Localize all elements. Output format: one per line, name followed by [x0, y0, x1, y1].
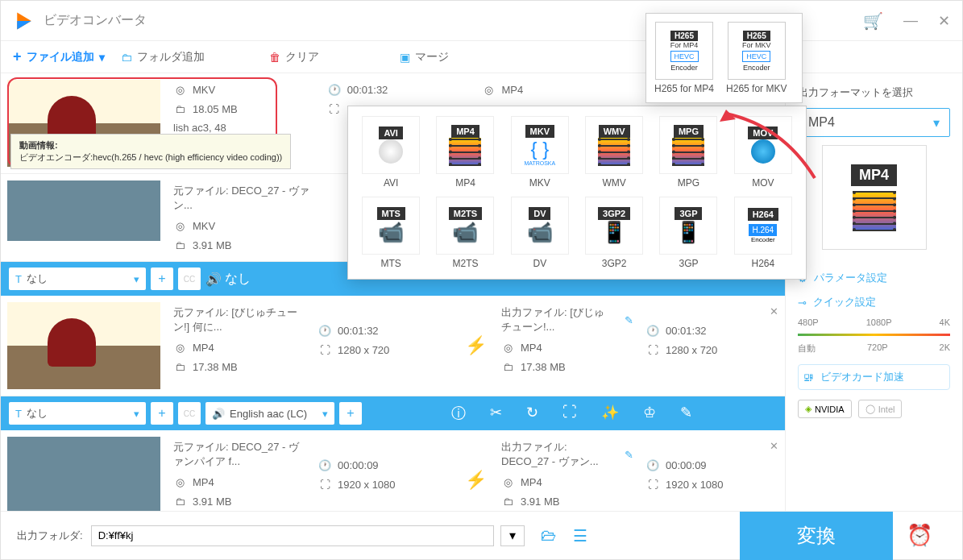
remove-file-button[interactable]: ✕	[770, 305, 778, 317]
output-filename: 出力ファイル: DECO_27 - ヴァン...	[501, 440, 612, 469]
schedule-button[interactable]: ⏰	[893, 512, 946, 560]
app-window: ビデオコンバータ 🛒 — ✕ + ファイル追加 ▾ 🗀 フォルダ追加 🗑 クリア…	[0, 0, 963, 560]
cc-button[interactable]: CC	[178, 268, 201, 290]
rotate-icon[interactable]: ↻	[526, 404, 538, 423]
app-logo-icon	[13, 10, 35, 32]
audio-value: English aac (LC)	[230, 408, 307, 420]
gpu-accel-button[interactable]: 🖳 ビデオカード加速	[798, 364, 950, 390]
titlebar: ビデオコンバータ 🛒 — ✕	[1, 1, 962, 41]
format-tile-h264[interactable]: H264H.264EncoderH264	[730, 197, 796, 269]
camcorder-icon: 📹	[527, 220, 553, 245]
format-tile-m2ts[interactable]: M2TS📹M2TS	[432, 197, 498, 269]
format-tile-dv[interactable]: DV📹DV	[507, 197, 573, 269]
file-item[interactable]: 元ファイル: [びじゅチューン!] 何に... ◎MP4 🗀17.38 MB 🕐…	[1, 296, 785, 396]
output-format-value: MP4	[808, 115, 835, 130]
clear-button[interactable]: 🗑 クリア	[269, 50, 319, 64]
minimize-button[interactable]: —	[903, 12, 918, 29]
format-tile-avi[interactable]: AVIAVI	[358, 116, 424, 189]
output-format: MP4	[521, 342, 542, 354]
dimensions: 1920 x 1080	[338, 479, 396, 491]
output-folder-input[interactable]	[91, 525, 494, 546]
chevron-down-icon: ▾	[99, 51, 105, 64]
output-folder-dropdown[interactable]: ▾	[500, 525, 525, 546]
output-format-dropdown[interactable]: MP4 ▾	[798, 108, 950, 137]
param-settings-label: パラメータ設定	[814, 271, 887, 285]
nvidia-badge: ◈NVIDIA	[798, 400, 852, 418]
effects-icon[interactable]: ✨	[601, 404, 619, 423]
convert-button[interactable]: 変換	[740, 512, 893, 560]
add-file-button[interactable]: + ファイル追加 ▾	[13, 48, 105, 65]
tooltip-heading: 動画情報:	[19, 139, 282, 151]
add-audio-button[interactable]: +	[339, 402, 362, 425]
source-format: MP4	[193, 342, 214, 354]
subtitle-edit-icon[interactable]: ✎	[680, 404, 692, 423]
cc-button[interactable]: CC	[178, 402, 201, 425]
audio-dropdown[interactable]: 🔊English aac (LC)▾	[205, 402, 334, 425]
resolution-labels-bottom: 自動 720P 2K	[798, 342, 950, 355]
h265-mp4-tile[interactable]: H265 For MP4 HEVC Encoder H265 for MP4	[654, 22, 714, 94]
cart-icon[interactable]: 🛒	[863, 11, 883, 31]
dimensions-icon: ⛶	[646, 478, 659, 491]
subtitle-dropdown[interactable]: Tなし▾	[9, 402, 146, 425]
sidebar: 出力フォーマットを選択 MP4 ▾ MP4 ⚙ パラメータ設定 ⊸ クイック設定…	[785, 73, 962, 511]
phone-icon: 📱	[675, 220, 701, 245]
audio-icon: 🔊	[205, 272, 222, 287]
merge-label: マージ	[415, 50, 449, 64]
cut-icon[interactable]: ✂	[490, 404, 502, 423]
toolbar: + ファイル追加 ▾ 🗀 フォルダ追加 🗑 クリア ▣ マージ	[1, 41, 962, 73]
format-icon: ◎	[173, 83, 186, 96]
size-icon: 🗀	[173, 495, 186, 508]
quick-settings-label: ⊸ クイック設定	[798, 290, 950, 314]
close-button[interactable]: ✕	[938, 12, 950, 30]
format-tile-mov[interactable]: MOVMOV	[730, 116, 796, 189]
format-tile-mpg[interactable]: MPGMPG	[655, 116, 721, 189]
clock-icon: 🕐	[646, 324, 659, 337]
format-label: MOV	[752, 177, 774, 189]
format-tile-mp4[interactable]: MP4MP4	[432, 116, 498, 189]
source-audio: lish ac3, 48	[173, 122, 226, 134]
phone-icon: 📱	[601, 220, 627, 245]
parameter-settings-button[interactable]: ⚙ パラメータ設定	[798, 266, 950, 290]
edit-icon[interactable]: ✎	[625, 449, 633, 461]
add-file-label: ファイル追加	[27, 50, 94, 64]
output-folder-label: 出力フォルダ:	[17, 529, 83, 543]
folder-plus-icon: 🗀	[121, 51, 132, 64]
subtitle-dropdown[interactable]: Tなし▾	[9, 268, 146, 290]
source-filename: 元ファイル: DECO_27 - ヴァン...	[173, 180, 315, 216]
add-folder-button[interactable]: 🗀 フォルダ追加	[121, 50, 205, 64]
open-folder-icon[interactable]: 🗁	[541, 526, 557, 545]
quicktime-icon	[751, 139, 775, 164]
add-subtitle-button[interactable]: +	[151, 402, 173, 425]
output-size: 3.91 MB	[521, 496, 559, 508]
format-label: M2TS	[452, 258, 478, 269]
source-format: MKV	[193, 84, 215, 96]
list-icon[interactable]: ☰	[573, 526, 587, 545]
output-format: MP4	[521, 476, 542, 488]
add-subtitle-button[interactable]: +	[151, 268, 173, 290]
format-tile-3gp[interactable]: 3GP📱3GP	[655, 197, 721, 269]
format-icon: ◎	[173, 341, 186, 354]
file-item[interactable]: 元ファイル: DECO_27 - ヴァンパイア f... ◎MP4 🗀3.91 …	[1, 430, 785, 511]
output-dimensions: 1280 x 720	[666, 344, 717, 356]
format-tile-mkv[interactable]: MKV{ }MATROSKAMKV	[507, 116, 573, 189]
resolution-slider[interactable]	[798, 334, 950, 336]
format-tile-wmv[interactable]: WMVWMV	[581, 116, 647, 189]
merge-button[interactable]: ▣ マージ	[400, 50, 449, 64]
watermark-icon[interactable]: ♔	[643, 404, 656, 423]
info-icon[interactable]: ⓘ	[451, 404, 466, 423]
format-label: AVI	[384, 177, 398, 189]
h265-mkv-tile[interactable]: H265 For MKV HEVC Encoder H265 for MKV	[726, 22, 787, 94]
format-label: MTS	[380, 258, 401, 269]
remove-file-button[interactable]: ✕	[770, 440, 778, 452]
crop-icon[interactable]: ⛶	[562, 404, 577, 423]
duration: 00:01:32	[338, 325, 379, 337]
duration: 00:01:32	[347, 84, 388, 96]
clock-icon: 🕐	[328, 83, 341, 96]
bolt-icon: ⚡	[465, 470, 487, 491]
format-label: 3GP2	[602, 258, 627, 269]
matroska-icon: { }	[530, 138, 549, 160]
edit-icon[interactable]: ✎	[625, 314, 633, 326]
format-tile-mts[interactable]: MTS📹MTS	[358, 197, 424, 269]
format-tile-3gp2[interactable]: 3GP2📱3GP2	[581, 197, 647, 269]
video-info-tooltip: 動画情報: ビデオエンコーダ:hevc(h.265 / hevc (high e…	[10, 134, 291, 169]
